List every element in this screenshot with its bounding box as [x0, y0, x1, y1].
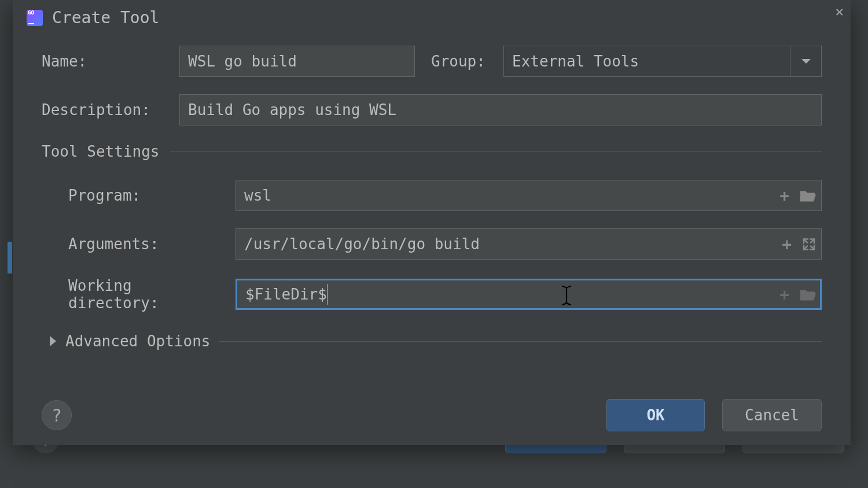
arguments-row: Arguments: /usr/local/go/bin/go build + — [42, 228, 822, 260]
name-label: Name: — [42, 53, 168, 70]
advanced-options-section[interactable]: Advanced Options — [49, 332, 822, 350]
insert-macro-icon[interactable]: + — [779, 285, 789, 304]
working-directory-row: Working directory: $FileDir$ + — [42, 277, 822, 312]
insert-macro-icon[interactable]: + — [779, 186, 789, 205]
description-row: Description: Build Go apps using WSL — [42, 94, 822, 125]
dialog-body: Name: WSL go build Group: External Tools… — [13, 40, 851, 350]
program-row: Program: wsl + — [42, 180, 822, 211]
folder-open-icon[interactable] — [800, 288, 816, 301]
description-label: Description: — [42, 101, 168, 119]
description-input[interactable]: Build Go apps using WSL — [179, 94, 822, 125]
name-group-row: Name: WSL go build Group: External Tools — [42, 46, 822, 77]
dialog-title: Create Tool — [52, 8, 837, 27]
text-caret-cursor-icon — [560, 285, 573, 310]
program-input-value: wsl — [244, 187, 271, 204]
dialog-titlebar: Create Tool ✕ — [13, 0, 851, 40]
tool-settings-label: Tool Settings — [42, 143, 160, 160]
left-accent-bar — [8, 242, 12, 273]
arguments-label: Arguments: — [42, 235, 224, 253]
working-directory-label: Working directory: — [42, 277, 224, 312]
close-icon[interactable]: ✕ — [832, 3, 847, 20]
ok-button[interactable]: OK — [606, 399, 705, 431]
program-label: Program: — [42, 187, 224, 204]
app-icon — [27, 10, 43, 26]
left-gutter — [0, 0, 8, 488]
arguments-input-value: /usr/local/go/bin/go build — [244, 235, 480, 253]
triangle-right-icon — [50, 336, 56, 346]
section-divider — [170, 151, 822, 152]
working-directory-input-value: $FileDir$ — [245, 286, 327, 303]
advanced-options-label: Advanced Options — [65, 332, 210, 350]
section-divider — [219, 341, 822, 342]
folder-open-icon[interactable] — [800, 189, 816, 202]
cancel-button[interactable]: Cancel — [722, 399, 822, 431]
name-input-value: WSL go build — [188, 53, 297, 70]
group-select-value: External Tools — [504, 46, 790, 76]
help-button[interactable]: ? — [42, 400, 72, 430]
working-directory-input[interactable]: $FileDir$ — [236, 279, 822, 310]
description-input-value: Build Go apps using WSL — [188, 101, 396, 119]
name-input[interactable]: WSL go build — [179, 46, 415, 77]
chevron-down-icon[interactable] — [790, 46, 821, 76]
dialog-button-row: ? OK Cancel — [42, 399, 822, 431]
text-cursor — [327, 284, 328, 305]
group-select[interactable]: External Tools — [503, 46, 822, 77]
program-input[interactable]: wsl — [236, 180, 822, 211]
arguments-input[interactable]: /usr/local/go/bin/go build — [236, 228, 822, 260]
expand-icon[interactable] — [802, 237, 816, 251]
tool-settings-section: Tool Settings — [42, 143, 822, 160]
create-tool-dialog: Create Tool ✕ Name: WSL go build Group: … — [13, 0, 851, 445]
insert-macro-icon[interactable]: + — [782, 235, 792, 254]
group-label: Group: — [431, 53, 492, 70]
